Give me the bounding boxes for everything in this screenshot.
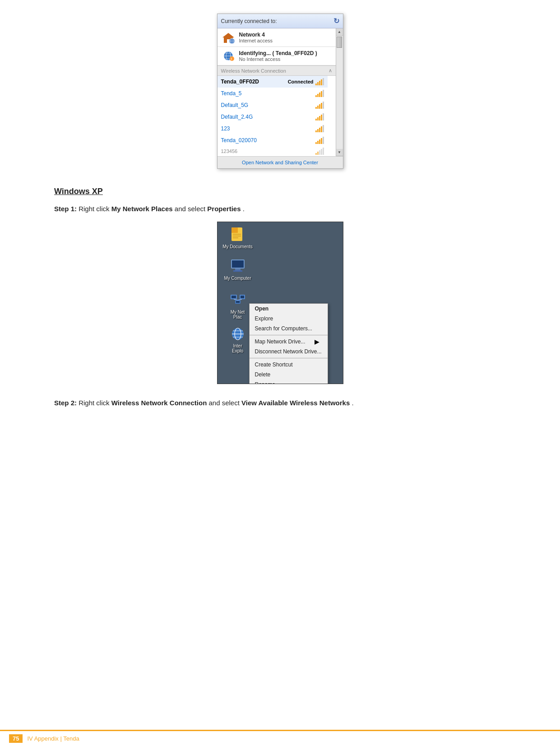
signal-bars-default24g — [315, 113, 324, 120]
bar4 — [321, 103, 322, 109]
open-network-sharing-center-link[interactable]: Open Network and Sharing Center — [242, 160, 318, 165]
scrollbar-down-arrow[interactable]: ▼ — [336, 149, 343, 156]
step1-properties: Properties — [207, 205, 241, 213]
bar2 — [317, 141, 319, 144]
footer-page-number: 75 — [9, 734, 23, 743]
separator1 — [250, 335, 328, 335]
my-documents-label: My Documents — [222, 244, 253, 249]
my-computer-img — [230, 258, 246, 274]
identifying-status: No Internet access — [239, 56, 332, 62]
wireless-item-tenda0ff02d[interactable]: Tenda_0FF02D Connected — [218, 76, 328, 88]
step2-text-part2: and select — [208, 399, 241, 407]
step2-text: Step 2: Right click Wireless Network Con… — [54, 398, 506, 408]
popup-footer: Open Network and Sharing Center — [218, 156, 343, 168]
my-network-places-img — [230, 292, 246, 308]
signal-bars-default5g — [315, 102, 324, 109]
context-menu-open[interactable]: Open — [250, 304, 328, 314]
internet-explorer-label: InterExplo — [232, 343, 243, 353]
bar3 — [319, 116, 320, 120]
my-computer-icon: My Computer — [222, 258, 254, 281]
bar3 — [319, 128, 320, 132]
svg-point-11 — [230, 56, 234, 61]
svg-rect-20 — [235, 269, 241, 270]
context-menu-create-shortcut[interactable]: Create Shortcut — [250, 360, 328, 370]
wireless-networks-list: Tenda_0FF02D Connected — [218, 76, 336, 156]
wireless-section-divider: Wireless Network Connection ∧ — [218, 65, 336, 76]
win7-network-popup-screenshot: Currently connected to: ↻ — [54, 14, 506, 169]
wireless-item-default5g[interactable]: Default_5G — [218, 99, 328, 111]
winxp-desktop-screenshot: My Documents My Computer — [54, 222, 506, 384]
wireless-item-tenda020070[interactable]: Tenda_020070 — [218, 134, 328, 146]
signal-bars-partial — [315, 148, 324, 155]
my-network-places-label: My NetPlac — [231, 310, 245, 320]
bar1 — [315, 83, 317, 85]
signal-bars-123 — [315, 125, 324, 132]
network4-status: Internet access — [239, 38, 332, 43]
popup-scrollbar[interactable]: ▲ ▼ — [336, 28, 343, 156]
step2-label: Step 2: — [54, 399, 77, 407]
bar1 — [315, 107, 317, 109]
bar2 — [317, 129, 319, 132]
svg-rect-27 — [236, 301, 240, 303]
bar2 — [317, 106, 319, 109]
context-menu-search-computers[interactable]: Search for Computers... — [250, 324, 328, 334]
svg-rect-14 — [231, 227, 238, 233]
scrollbar-track — [336, 36, 343, 149]
step1-my-network-places: My Network Places — [111, 205, 173, 213]
svg-rect-17 — [233, 237, 238, 238]
bar5 — [323, 148, 324, 155]
context-menu-disconnect-network-drive[interactable]: Disconnect Network Drive... — [250, 347, 328, 357]
internet-explorer-img — [230, 326, 246, 342]
step1-text-part1: Right click — [79, 205, 111, 213]
context-menu-explore[interactable]: Explore — [250, 314, 328, 324]
bar4 — [321, 115, 322, 120]
network4-name: Network 4 — [239, 32, 332, 38]
bar2 — [317, 94, 319, 97]
bar5 — [323, 78, 324, 85]
bar5 — [323, 90, 324, 97]
step1-text-part3: . — [243, 205, 245, 213]
context-menu-delete[interactable]: Delete — [250, 370, 328, 380]
step2-view-available: View Available Wireless Networks — [241, 399, 350, 407]
svg-line-29 — [238, 299, 242, 300]
wireless-item-123[interactable]: 123 — [218, 123, 328, 134]
bar3 — [319, 150, 320, 155]
ssid-tenda0ff02d: Tenda_0FF02D — [221, 79, 288, 85]
context-menu-rename[interactable]: Rename — [250, 380, 328, 384]
ssid-default5g: Default_5G — [221, 102, 315, 108]
svg-rect-15 — [233, 234, 241, 235]
bar5 — [323, 125, 324, 132]
bar4 — [321, 138, 322, 144]
expand-icon: ∧ — [329, 68, 332, 74]
bar5 — [323, 113, 324, 120]
separator2 — [250, 358, 328, 358]
bar4 — [321, 79, 322, 85]
svg-rect-25 — [241, 296, 244, 298]
step1-text-part2: and select — [175, 205, 208, 213]
identifying-info: Identifying... ( Tenda_0FF02D ) No Inter… — [239, 50, 332, 62]
wireless-section-label: Wireless Network Connection — [221, 68, 286, 74]
network4-info: Network 4 Internet access — [239, 32, 332, 43]
network-item-identifying: ! Identifying... ( Tenda_0FF02D ) No Int… — [218, 47, 336, 65]
scrollbar-up-arrow[interactable]: ▲ — [336, 28, 343, 36]
svg-marker-1 — [222, 33, 234, 37]
wireless-item-default24g[interactable]: Default_2.4G — [218, 111, 328, 123]
win7-popup-window: Currently connected to: ↻ — [217, 14, 343, 169]
signal-bars-tenda5 — [315, 90, 324, 97]
bar3 — [319, 139, 320, 144]
step1-text: Step 1: Right click My Network Places an… — [54, 204, 506, 214]
connected-label: Connected — [288, 79, 314, 84]
scrollbar-thumb[interactable] — [337, 37, 342, 48]
bar4 — [321, 126, 322, 132]
partial-ssid: 123456 — [221, 148, 238, 154]
wireless-item-tenda5[interactable]: Tenda_5 — [218, 88, 328, 99]
mouse-cursor: ▶ — [315, 338, 319, 345]
signal-bars-tenda0ff02d — [315, 78, 324, 85]
network-item-network4: Network 4 Internet access — [218, 28, 336, 47]
bar1 — [315, 95, 317, 97]
refresh-icon: ↻ — [333, 17, 339, 25]
ssid-tenda020070: Tenda_020070 — [221, 137, 315, 144]
bar1 — [315, 153, 317, 155]
bar4 — [321, 149, 322, 155]
bar2 — [317, 152, 319, 155]
